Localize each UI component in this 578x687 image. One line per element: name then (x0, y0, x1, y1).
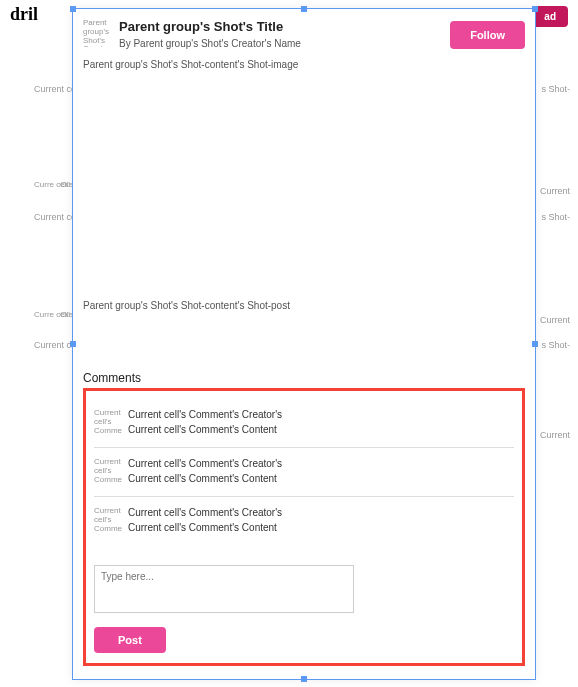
resize-handle-icon[interactable] (532, 6, 538, 12)
comment-content: Current cell's Comment's Content (128, 424, 514, 435)
bg-thumb: Current (540, 186, 570, 197)
comment-body: Current cell's Comment's Creator's Curre… (128, 409, 514, 437)
shot-post: Parent group's Shot's Shot-content's Sho… (83, 300, 525, 311)
comment-content: Current cell's Comment's Content (128, 522, 514, 533)
comments-title: Comments (83, 371, 525, 385)
comment-content: Current cell's Comment's Content (128, 473, 514, 484)
shot-modal: Parent group's Shot's Creator Parent gro… (72, 8, 536, 680)
comment-avatar: Current cell's Comme (94, 507, 122, 535)
shot-titles: Parent group's Shot's Title By Parent gr… (119, 19, 442, 49)
bg-thumb: Cu (60, 310, 70, 319)
post-button[interactable]: Post (94, 627, 166, 653)
resize-handle-icon[interactable] (70, 6, 76, 12)
comment-avatar: Current cell's Comme (94, 458, 122, 486)
resize-handle-icon[interactable] (532, 341, 538, 347)
comment-row: Current cell's Comme Current cell's Comm… (94, 497, 514, 545)
logo: dril (10, 4, 38, 25)
follow-button[interactable]: Follow (450, 21, 525, 49)
shot-header: Parent group's Shot's Creator Parent gro… (83, 19, 525, 49)
bg-thumb: s Shot- (541, 340, 570, 351)
modal-content: Parent group's Shot's Creator Parent gro… (73, 9, 535, 679)
comment-row: Current cell's Comme Current cell's Comm… (94, 399, 514, 448)
shot-image-area (83, 70, 525, 290)
bg-thumb: Cu (60, 180, 70, 189)
comment-body: Current cell's Comment's Creator's Curre… (128, 507, 514, 535)
comment-avatar: Current cell's Comme (94, 409, 122, 437)
comment-row: Current cell's Comme Current cell's Comm… (94, 448, 514, 497)
shot-title: Parent group's Shot's Title (119, 19, 442, 34)
bg-thumb: s Shot- (541, 84, 570, 95)
resize-handle-icon[interactable] (301, 676, 307, 682)
shot-image-label: Parent group's Shot's Shot-content's Sho… (83, 59, 525, 70)
comment-creator: Current cell's Comment's Creator's (128, 458, 514, 469)
bg-thumb: Current (540, 315, 570, 326)
comments-box: Current cell's Comme Current cell's Comm… (83, 388, 525, 666)
comment-creator: Current cell's Comment's Creator's (128, 507, 514, 518)
bg-thumb: s Shot- (541, 212, 570, 223)
shot-creator: By Parent group's Shot's Creator's Name (119, 38, 442, 49)
shot-avatar: Parent group's Shot's Creator (83, 19, 111, 47)
comment-creator: Current cell's Comment's Creator's (128, 409, 514, 420)
comment-input[interactable] (94, 565, 354, 613)
bg-thumb: Current (540, 430, 570, 441)
resize-handle-icon[interactable] (70, 341, 76, 347)
resize-handle-icon[interactable] (301, 6, 307, 12)
comment-body: Current cell's Comment's Creator's Curre… (128, 458, 514, 486)
